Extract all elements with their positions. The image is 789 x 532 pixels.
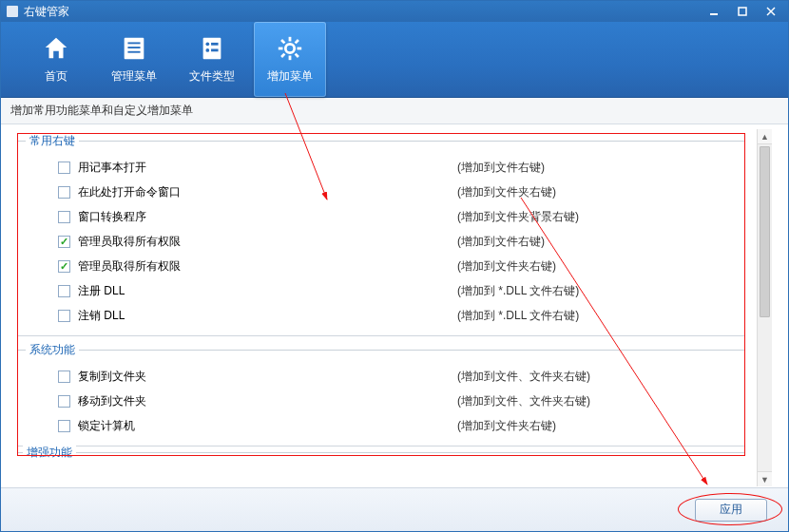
- tab-add-menu-label: 增加菜单: [267, 68, 313, 85]
- list-item: 复制到文件夹 (增加到文件、文件夹右键): [26, 364, 737, 389]
- vertical-scrollbar[interactable]: ▲ ▼: [757, 129, 772, 486]
- group-title: 系统功能: [26, 342, 79, 358]
- window-title: 右键管家: [24, 4, 701, 20]
- list-item: 移动到文件夹 (增加到文件、文件夹右键): [26, 389, 737, 413]
- home-icon: [42, 34, 70, 63]
- tab-file-types-label: 文件类型: [189, 68, 235, 85]
- maximize-button[interactable]: [729, 4, 756, 19]
- svg-rect-1: [739, 8, 746, 15]
- item-label: 复制到文件夹: [78, 369, 146, 385]
- svg-line-21: [281, 54, 284, 57]
- subheader-text: 增加常用功能菜单和自定义增加菜单: [10, 103, 193, 119]
- checkbox[interactable]: [58, 260, 70, 273]
- checkbox[interactable]: [58, 395, 70, 408]
- item-label: 管理员取得所有权限: [78, 234, 181, 250]
- item-label: 在此处打开命令窗口: [78, 184, 181, 200]
- item-desc: (增加到文件夹背景右键): [457, 209, 579, 225]
- footer: 应用: [1, 487, 788, 531]
- item-desc: (增加到文件右键): [457, 234, 545, 250]
- checkbox[interactable]: [58, 186, 70, 199]
- scroll-down-arrow[interactable]: ▼: [758, 471, 772, 486]
- tab-add-menu[interactable]: 增加菜单: [254, 22, 326, 97]
- svg-rect-12: [211, 48, 219, 51]
- close-icon: [765, 6, 777, 17]
- item-desc: (增加到 *.DLL 文件右键): [457, 283, 579, 299]
- close-button[interactable]: [758, 4, 784, 19]
- list-item: 注销 DLL (增加到 *.DLL 文件右键): [26, 303, 737, 328]
- list-item: 锁定计算机 (增加到文件夹右键): [26, 413, 737, 438]
- group-common-rightclick: 常用右键 用记事本打开 (增加到文件右键) 在此处打开命令窗口 (增加到文件夹右…: [17, 133, 745, 336]
- item-desc: (增加到文件夹右键): [457, 258, 556, 275]
- window-buttons: [701, 4, 784, 19]
- svg-rect-10: [211, 43, 219, 46]
- item-desc: (增加到文件夹右键): [457, 418, 556, 434]
- svg-point-13: [285, 44, 294, 52]
- group-enhanced: 增强功能: [17, 452, 745, 466]
- item-label: 锁定计算机: [78, 418, 135, 434]
- item-label: 管理员取得所有权限: [78, 258, 181, 275]
- tab-home-label: 首页: [45, 68, 67, 85]
- list-item: 注册 DLL (增加到 *.DLL 文件右键): [26, 278, 737, 303]
- list-item: 用记事本打开 (增加到文件右键): [26, 155, 737, 180]
- group-title: 常用右键: [26, 133, 79, 149]
- checkbox[interactable]: [58, 420, 70, 432]
- item-label: 移动到文件夹: [78, 393, 146, 409]
- tab-file-types[interactable]: 文件类型: [176, 22, 248, 97]
- item-label: 注册 DLL: [78, 283, 125, 299]
- minimize-icon: [708, 6, 720, 17]
- tab-home[interactable]: 首页: [20, 22, 92, 97]
- svg-rect-8: [203, 38, 221, 60]
- scroll-pane: 常用右键 用记事本打开 (增加到文件右键) 在此处打开命令窗口 (增加到文件夹右…: [10, 128, 773, 487]
- gear-icon: [276, 34, 304, 63]
- scroll-up-arrow[interactable]: ▲: [758, 129, 772, 144]
- tab-manage-menu-label: 管理菜单: [111, 68, 157, 85]
- svg-line-18: [281, 40, 284, 43]
- tab-manage-menu[interactable]: 管理菜单: [98, 22, 170, 97]
- svg-point-11: [205, 48, 209, 52]
- checkbox[interactable]: [58, 162, 70, 174]
- titlebar: 右键管家: [1, 1, 788, 22]
- svg-line-20: [296, 40, 298, 43]
- content: 常用右键 用记事本打开 (增加到文件右键) 在此处打开命令窗口 (增加到文件夹右…: [1, 124, 788, 487]
- item-label: 用记事本打开: [78, 160, 146, 176]
- svg-point-9: [205, 42, 209, 46]
- scroll-thumb[interactable]: [760, 146, 770, 317]
- item-desc: (增加到文件夹右键): [457, 184, 556, 200]
- minimize-button[interactable]: [701, 4, 727, 19]
- subheader: 增加常用功能菜单和自定义增加菜单: [1, 98, 788, 124]
- group-title: 增强功能: [23, 445, 76, 461]
- checkbox[interactable]: [58, 211, 70, 223]
- item-label: 注销 DLL: [78, 308, 125, 324]
- app-icon: [7, 6, 18, 17]
- item-desc: (增加到文件、文件夹右键): [457, 393, 590, 409]
- checkbox[interactable]: [58, 370, 70, 383]
- group-system-functions: 系统功能 复制到文件夹 (增加到文件、文件夹右键) 移动到文件夹 (增加到文件、…: [17, 342, 745, 446]
- list-item: 管理员取得所有权限 (增加到文件右键): [26, 229, 737, 254]
- apply-button-label: 应用: [720, 502, 742, 518]
- maximize-icon: [737, 6, 748, 17]
- item-label: 窗口转换程序: [78, 209, 146, 225]
- filetype-icon: [198, 34, 226, 63]
- checkbox[interactable]: [58, 285, 70, 297]
- list-icon: [120, 34, 148, 63]
- item-desc: (增加到 *.DLL 文件右键): [457, 308, 579, 324]
- apply-button[interactable]: 应用: [695, 499, 767, 522]
- checkbox[interactable]: [58, 236, 70, 248]
- item-desc: (增加到文件、文件夹右键): [457, 369, 590, 385]
- svg-line-19: [296, 54, 298, 57]
- list-item: 在此处打开命令窗口 (增加到文件夹右键): [26, 180, 737, 204]
- checkbox[interactable]: [58, 310, 70, 322]
- list-item: 窗口转换程序 (增加到文件夹背景右键): [26, 204, 737, 229]
- list-item: 管理员取得所有权限 (增加到文件夹右键): [26, 254, 737, 278]
- toolbar: 首页 管理菜单 文件类型 增加菜单: [1, 22, 788, 98]
- item-desc: (增加到文件右键): [457, 160, 545, 176]
